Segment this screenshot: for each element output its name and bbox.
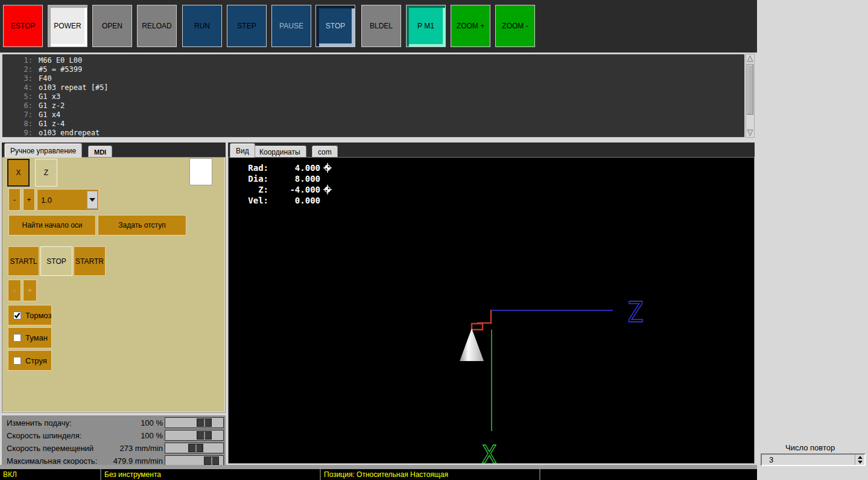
repeat-count-value[interactable]: 3 [762,455,855,464]
feed-override-slider[interactable] [165,417,224,428]
linuxcnc-window: ESTOP POWER OPEN RELOAD RUN STEP PAUSE S… [0,0,868,480]
checkbox-unchecked-icon[interactable] [13,357,21,365]
gcode-scrollbar[interactable] [746,54,755,138]
gcode-line: 4:o103 repeat [#5] [2,83,744,92]
jog-increment-value: 1.0 [37,196,87,205]
run-button[interactable]: RUN [182,5,222,47]
line-code: G1 x3 [39,92,60,101]
zoom-in-button[interactable]: ZOOM + [451,5,490,47]
checkbox-label: Туман [25,333,48,342]
mist-checkbox[interactable]: Туман [8,327,52,348]
line-number: 3: [2,74,33,83]
spindle-stop-button[interactable]: STOP [40,246,72,276]
flood-checkbox[interactable]: Струя [8,350,52,371]
spindle-minus-button[interactable]: - [8,280,21,301]
reload-button[interactable]: RELOAD [137,5,177,47]
max-velocity-label: Максимальная скорость: [7,456,97,466]
scroll-down-icon[interactable] [747,129,753,136]
tool-cone [460,328,484,361]
tab-manual-control[interactable]: Ручное управление [4,143,82,158]
open-button[interactable]: OPEN [92,5,132,47]
spindle-startl-button[interactable]: STARTL [8,246,39,276]
spinner-down-icon[interactable] [855,460,864,466]
scroll-up-icon[interactable] [747,55,753,62]
line-code: G1 z-2 [39,101,65,110]
jog-speed-label: Скорость перемещений [7,444,93,453]
spindle-startr-button[interactable]: STARTR [74,246,106,276]
jog-plus-button[interactable]: + [23,188,35,211]
gcode-line: 6:G1 z-2 [2,101,744,110]
jog-speed-value: 273 mm/min [119,444,163,453]
zoom-out-button[interactable]: ZOOM - [495,5,535,47]
jog-speed-row: Скорость перемещений 273 mm/min [2,443,226,453]
tab-com[interactable]: com [312,146,338,158]
step-button[interactable]: STEP [227,5,267,47]
override-panel: Изменить подачу: 100 % Скорость шпинделя… [2,415,226,466]
backplot-canvas[interactable]: Rad: 4.000 Dia: 8.000 Z: -4.000 [228,157,755,464]
chevron-down-icon [89,198,95,202]
spinner-up-icon[interactable] [855,455,864,460]
slider-handle[interactable] [188,444,203,452]
gcode-listing[interactable]: 1:M66 E0 L00 2:#5 = #5399 3:F40 4:o103 r… [2,54,745,138]
backplot-drawing: Z X [229,158,755,464]
slider-handle[interactable] [197,418,212,427]
tab-mdi[interactable]: MDI [88,146,112,158]
line-number: 4: [2,83,33,92]
axis-z-button[interactable]: Z [35,159,57,187]
axis-x-button[interactable]: X [7,159,30,187]
line-code: F40 [39,74,52,83]
feed-override-value: 100 % [141,418,163,427]
tab-coordinates[interactable]: Координаты [253,146,306,158]
brake-checkbox[interactable]: Тормоз [8,305,52,325]
right-tabstrip: Вид Координаты com [228,142,755,158]
toolpath-loop-rect [472,324,483,330]
tool-color-swatch [189,158,212,185]
x-axis-label: X [482,441,496,464]
machine-state-status: ВКЛ [0,469,101,480]
jog-speed-slider[interactable] [165,443,224,453]
checkbox-unchecked-icon[interactable] [13,334,21,342]
spinner-arrows [855,455,864,465]
tool-status: Без инструмента [101,469,321,480]
pm1-button[interactable]: P M1 [406,5,446,47]
slider-handle[interactable] [204,456,219,465]
status-empty [540,469,757,480]
jog-minus-button[interactable]: - [8,188,21,211]
set-offset-button[interactable]: Задать отступ [98,215,186,235]
gcode-line: 5:G1 x3 [2,92,744,101]
spindle-override-slider[interactable] [165,430,224,441]
line-code: #5 = #5399 [39,65,82,74]
home-axis-button[interactable]: Найти начало оси [8,215,96,235]
line-number: 8: [2,120,33,129]
bldel-button[interactable]: BLDEL [361,5,401,47]
spindle-plus-button[interactable]: + [23,280,37,301]
pause-button[interactable]: PAUSE [271,5,311,47]
line-code: G1 z-4 [39,120,65,129]
line-number: 6: [2,101,33,110]
slider-handle[interactable] [197,431,212,440]
power-button[interactable]: POWER [48,5,87,47]
gcode-line: 2:#5 = #5399 [2,65,744,74]
spindle-override-row: Скорость шпинделя: 100 % [2,430,226,441]
line-number: 9: [2,129,33,138]
bottom-divider [0,465,757,469]
tab-view[interactable]: Вид [230,143,255,158]
repeat-count-spinbox[interactable]: 3 [761,453,866,466]
feed-override-row: Изменить подачу: 100 % [2,417,226,428]
spindle-override-value: 100 % [141,431,163,440]
line-number: 7: [2,110,33,120]
combobox-arrow[interactable] [87,191,98,209]
line-code: o103 repeat [#5] [39,83,109,92]
line-code: G1 x4 [39,110,60,120]
estop-button[interactable]: ESTOP [3,5,43,47]
jog-increment-combobox[interactable]: 1.0 [37,189,99,211]
checkbox-checked-icon[interactable] [13,312,21,319]
stop-button[interactable]: STOP [315,5,355,47]
position-status: Позиция: Относительная Настоящая [321,469,540,480]
gcode-line: 1:M66 E0 L00 [2,56,744,65]
left-tabstrip: Ручное управление MDI [2,142,226,158]
scrollbar-thumb[interactable] [747,64,753,115]
gcode-line: 7:G1 x4 [2,110,744,120]
toolbar: ESTOP POWER OPEN RELOAD RUN STEP PAUSE S… [0,0,757,53]
checkbox-label: Струя [25,356,47,365]
